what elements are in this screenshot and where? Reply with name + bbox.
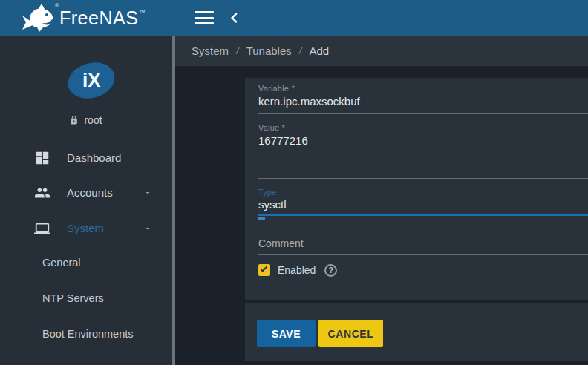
value-input[interactable]	[258, 133, 588, 148]
dashboard-icon	[34, 150, 50, 166]
breadcrumb-tunables[interactable]: Tunables	[246, 45, 292, 57]
username: root	[84, 114, 102, 126]
freenas-logo: FreeNAS™	[19, 3, 146, 33]
logged-in-user: root	[0, 113, 172, 128]
breadcrumb: System / Tunables / Add	[175, 36, 588, 66]
computer-icon	[34, 220, 50, 237]
variable-label: Variable *	[258, 84, 295, 93]
sidebar-subitem-label: General	[42, 257, 81, 269]
enabled-row: Enabled ?	[258, 262, 337, 278]
type-input[interactable]	[258, 197, 588, 211]
value-label: Value *	[258, 123, 285, 132]
sidebar-subitem-label: Boot Environments	[42, 328, 134, 340]
ix-systems-logo: iX	[64, 57, 119, 104]
freenas-window: FreeNAS™ ® iX root Dashboard	[0, 0, 588, 365]
sidebar-item-label: System	[67, 222, 104, 234]
top-bar: FreeNAS™ ®	[0, 0, 588, 36]
variable-underline	[258, 113, 588, 114]
sidebar-subitem-label: NTP Servers	[42, 292, 104, 304]
sidebar: iX root Dashboard Accounts	[0, 36, 175, 365]
brand-name: FreeNAS™	[59, 7, 146, 29]
form-actions-card: SAVE CANCEL	[245, 303, 588, 361]
chevron-left-icon[interactable]	[226, 9, 244, 27]
type-label: Type	[258, 188, 277, 197]
enabled-checkbox[interactable]	[258, 264, 270, 276]
type-underline-ripple	[258, 217, 265, 220]
breadcrumb-separator: /	[236, 45, 239, 56]
sidebar-item-accounts[interactable]: Accounts	[0, 181, 172, 205]
sidebar-item-label: Accounts	[67, 186, 113, 199]
menu-icon[interactable]	[195, 11, 214, 24]
tunable-form-card: Variable * Value * Type Enabled ?	[245, 78, 588, 300]
chevron-down-icon	[143, 188, 152, 197]
comment-underline	[258, 254, 588, 255]
lock-icon	[69, 115, 79, 125]
comment-input[interactable]	[258, 235, 588, 250]
checkmark-icon	[261, 265, 267, 272]
variable-input[interactable]	[258, 93, 588, 108]
ix-logo-text: iX	[82, 69, 101, 92]
sidebar-subitem-general[interactable]: General	[0, 252, 172, 274]
registered-symbol: ®	[55, 2, 59, 9]
enabled-label: Enabled	[278, 264, 316, 276]
cancel-button[interactable]: CANCEL	[318, 320, 383, 347]
shark-icon	[19, 3, 56, 33]
trademark-symbol: ™	[139, 9, 146, 16]
value-underline	[258, 178, 588, 179]
chevron-up-icon	[143, 224, 152, 233]
sidebar-subitem-ntp-servers[interactable]: NTP Servers	[0, 288, 172, 310]
save-button[interactable]: SAVE	[257, 320, 316, 347]
sidebar-item-system[interactable]: System	[0, 217, 172, 240]
sidebar-subitem-boot-environments[interactable]: Boot Environments	[0, 323, 172, 346]
type-underline-focused	[258, 214, 588, 216]
help-icon[interactable]: ?	[324, 264, 337, 277]
people-icon	[34, 185, 50, 201]
breadcrumb-separator: /	[299, 45, 302, 56]
sidebar-item-dashboard[interactable]: Dashboard	[0, 146, 172, 170]
sidebar-item-label: Dashboard	[67, 151, 121, 164]
breadcrumb-system[interactable]: System	[192, 45, 229, 57]
sidebar-scrollbar[interactable]	[172, 36, 175, 365]
breadcrumb-add: Add	[309, 45, 329, 57]
